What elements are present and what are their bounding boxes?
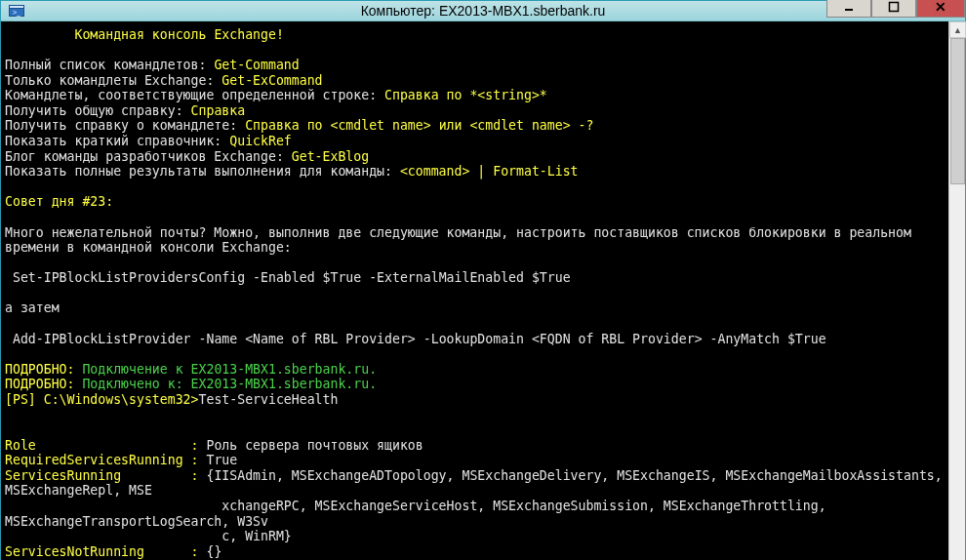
scrollbar[interactable]: ▲ ▼	[948, 21, 965, 560]
close-button[interactable]: ✕	[916, 0, 965, 18]
svg-text:>_: >_	[13, 9, 20, 17]
window-buttons: ✕	[826, 0, 965, 18]
scroll-up-button[interactable]: ▲	[949, 21, 966, 38]
scroll-thumb[interactable]	[950, 38, 965, 184]
svg-rect-5	[890, 2, 899, 11]
titlebar[interactable]: >_ Компьютер: EX2013-MBX1.sberbank.ru ✕	[1, 1, 965, 21]
app-icon: >_	[7, 1, 26, 20]
close-icon: ✕	[935, 0, 946, 15]
svg-rect-1	[10, 6, 23, 8]
window-title: Компьютер: EX2013-MBX1.sberbank.ru	[1, 3, 965, 19]
console-area: Командная консоль Exchange! Полный списо…	[1, 21, 965, 560]
console-output[interactable]: Командная консоль Exchange! Полный списо…	[1, 21, 948, 560]
window: >_ Компьютер: EX2013-MBX1.sberbank.ru ✕ …	[0, 0, 966, 560]
maximize-button[interactable]	[871, 0, 916, 18]
minimize-button[interactable]	[826, 0, 871, 18]
